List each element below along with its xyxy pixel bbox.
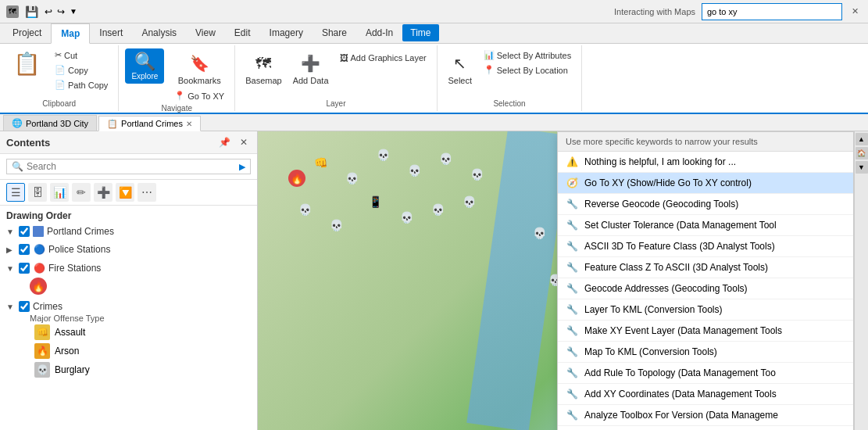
- marker-4[interactable]: 💀: [407, 163, 421, 177]
- cut-button[interactable]: ✂ Cut: [51, 48, 112, 62]
- layer-items: 🗺 Basemap ➕ Add Data 🖼 Add Graphics Laye…: [241, 48, 430, 98]
- search-result-xy-coords[interactable]: 🔧 Add XY Coordinates (Data Management To…: [558, 384, 853, 405]
- tab-imagery[interactable]: Imagery: [260, 23, 313, 43]
- layer-item-crimes-parent[interactable]: ▼ Crimes: [6, 299, 251, 314]
- copy-button[interactable]: 📄 Copy: [51, 63, 112, 77]
- explore-button[interactable]: 🔍 Explore: [125, 48, 164, 84]
- marker-20[interactable]: 💀: [532, 226, 546, 240]
- basemap-button[interactable]: 🗺 Basemap: [241, 48, 285, 88]
- sidebar-close-btn[interactable]: ✕: [237, 136, 251, 149]
- fire-circle-icon: 🔥: [30, 278, 47, 295]
- add-data-button[interactable]: ➕ Add Data: [289, 48, 333, 88]
- tab-analysis[interactable]: Analysis: [132, 23, 186, 43]
- marker-6[interactable]: 💀: [470, 167, 484, 181]
- map-tab-3dcity[interactable]: 🌐 Portland 3D City: [3, 115, 97, 131]
- right-strip-btn-3[interactable]: ▼: [855, 161, 868, 174]
- fire-symbol: 🔥: [6, 278, 251, 295]
- goto-xy-icon: 📍: [174, 91, 185, 101]
- tab-project[interactable]: Project: [3, 23, 51, 43]
- search-result-topology[interactable]: 🔧 Add Rule To Topology (Data Management …: [558, 363, 853, 384]
- right-strip-btn-2[interactable]: 🏠: [855, 147, 868, 159]
- search-result-feature-z[interactable]: 🔧 Feature Class Z To ASCII (3D Analyst T…: [558, 257, 853, 278]
- marker-2[interactable]: 💀: [345, 171, 359, 185]
- sidebar: Contents 📌 ✕ 🔍 ▶ ☰ 🗄 📊 ✏ ➕ 🔽 ⋯ Drawing O…: [0, 131, 258, 430]
- search-result-toolbox[interactable]: 🔧 Analyze Toolbox For Version (Data Mana…: [558, 405, 853, 426]
- marker-10[interactable]: 💀: [399, 210, 413, 224]
- tab-time[interactable]: Time: [402, 24, 438, 41]
- top-search-input[interactable]: [702, 3, 842, 20]
- search-clear-icon[interactable]: ✕: [848, 5, 862, 18]
- search-result-cluster[interactable]: 🔧 Set Cluster Tolerance (Data Management…: [558, 215, 853, 236]
- cut-copy-group: ✂ Cut 📄 Copy 📄 Path Copy: [51, 48, 112, 91]
- marker-5[interactable]: 💀: [438, 152, 452, 166]
- tab-crimes-close[interactable]: ✕: [186, 120, 192, 128]
- search-result-map-kml[interactable]: 🔧 Map To KML (Conversion Tools): [558, 342, 853, 363]
- tab-map[interactable]: Map: [51, 23, 90, 44]
- sidebar-pin-btn[interactable]: 📌: [216, 136, 234, 149]
- map-kml-icon: 🔧: [566, 346, 578, 358]
- expand-fire-icon[interactable]: ▼: [6, 264, 16, 273]
- layer-item-fire[interactable]: ▼ 🔴 Fire Stations: [6, 260, 251, 276]
- cylinder-view-btn[interactable]: 🗄: [28, 183, 47, 202]
- search-result-goto-xy[interactable]: 🧭 Go To XY (Show/Hide Go To XY control): [558, 173, 853, 194]
- marker-9[interactable]: 📱: [368, 195, 382, 209]
- search-result-cluster-text: Set Cluster Tolerance (Data Management T…: [584, 220, 845, 231]
- redo-icon[interactable]: ↪: [57, 6, 65, 17]
- select-by-attr-button[interactable]: 📊 Select By Attributes: [480, 48, 575, 62]
- tab-edit[interactable]: Edit: [225, 23, 260, 43]
- add-graphics-button[interactable]: 🖼 Add Graphics Layer: [336, 52, 430, 64]
- layer-item-police[interactable]: ▶ 🔵 Police Stations: [6, 242, 251, 257]
- search-result-analyze-pro[interactable]: 🔧 Analyze Tools For Pro (Data Management…: [558, 426, 853, 430]
- fire-station-1[interactable]: 🔥: [288, 170, 305, 187]
- search-result-ascii3d[interactable]: 🔧 ASCII 3D To Feature Class (3D Analyst …: [558, 236, 853, 257]
- crimes-parent-checkbox[interactable]: [19, 301, 30, 312]
- marker-1[interactable]: 👊: [313, 156, 327, 170]
- sidebar-search-go[interactable]: ▶: [239, 162, 245, 172]
- list-view-btn[interactable]: ☰: [6, 183, 25, 202]
- select-by-loc-button[interactable]: 📍 Select By Location: [480, 63, 575, 77]
- marker-8[interactable]: 💀: [329, 218, 343, 232]
- bookmarks-button[interactable]: 🔖 Bookmarks: [170, 48, 228, 88]
- search-result-xy-event[interactable]: 🔧 Make XY Event Layer (Data Management T…: [558, 321, 853, 342]
- tab-insert[interactable]: Insert: [90, 23, 132, 43]
- undo-icon[interactable]: ↩: [45, 6, 52, 17]
- dropdown-arrow-icon[interactable]: ▼: [70, 7, 77, 16]
- tab-view[interactable]: View: [186, 23, 225, 43]
- right-strip-btn-1[interactable]: ▲: [855, 133, 868, 145]
- map-area[interactable]: 👊 💀 💀 💀 💀 💀 💀 💀 📱 💀 💀 💀 💀 💀 💀 💀 💀 💀 💀 💀 …: [258, 131, 854, 430]
- expand-police-icon[interactable]: ▶: [6, 245, 16, 254]
- tab-share[interactable]: Share: [313, 23, 356, 43]
- options-btn[interactable]: ⋯: [138, 183, 156, 202]
- add-layer-btn[interactable]: ➕: [94, 183, 113, 202]
- marker-3[interactable]: 💀: [376, 148, 390, 162]
- expand-crimes-icon[interactable]: ▼: [6, 228, 16, 236]
- sidebar-toolbar: ☰ 🗄 📊 ✏ ➕ 🔽 ⋯: [0, 180, 257, 206]
- search-result-reverse-geocode[interactable]: 🔧 Reverse Geocode (Geocoding Tools): [558, 194, 853, 215]
- search-result-xy-coords-text: Add XY Coordinates (Data Management Tool…: [584, 389, 845, 400]
- sidebar-title: Contents: [6, 137, 50, 149]
- paste-button[interactable]: 📋: [6, 48, 48, 79]
- title-bar-icons: 🗺 💾 ↩ ↪ ▼: [6, 5, 77, 18]
- filter-btn[interactable]: 🔽: [116, 183, 134, 202]
- expand-crimes-parent-icon[interactable]: ▼: [6, 303, 16, 311]
- fire-checkbox[interactable]: [19, 263, 30, 274]
- police-checkbox[interactable]: [19, 244, 30, 255]
- marker-11[interactable]: 💀: [430, 202, 445, 217]
- chart-view-btn[interactable]: 📊: [50, 183, 69, 202]
- map-tab-crimes[interactable]: 📋 Portland Crimes ✕: [98, 116, 201, 131]
- marker-12[interactable]: 💀: [462, 195, 476, 209]
- search-result-layer-kml[interactable]: 🔧 Layer To KML (Conversion Tools): [558, 299, 853, 321]
- sidebar-search-input[interactable]: [27, 161, 236, 172]
- goto-xy-button[interactable]: 📍 Go To XY: [170, 89, 228, 102]
- search-result-nothing[interactable]: ⚠️ Nothing is helpful, I am looking for …: [558, 152, 853, 173]
- save-icon[interactable]: 💾: [25, 5, 38, 18]
- search-result-geocode[interactable]: 🔧 Geocode Addresses (Geocoding Tools): [558, 278, 853, 299]
- select-button[interactable]: ↖ Select: [444, 48, 477, 88]
- layer-item-portland-crimes[interactable]: ▼ Portland Crimes: [6, 224, 251, 238]
- path-copy-button[interactable]: 📄 Path Copy: [51, 78, 112, 91]
- tab-addin[interactable]: Add-In: [356, 23, 402, 43]
- layer-group-label: Layer: [326, 98, 345, 108]
- edit-view-btn[interactable]: ✏: [72, 183, 91, 202]
- crimes-checkbox[interactable]: [19, 226, 30, 237]
- marker-7[interactable]: 💀: [298, 202, 312, 217]
